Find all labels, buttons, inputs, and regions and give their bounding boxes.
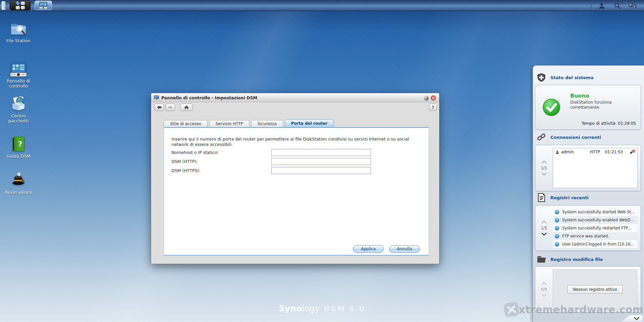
apply-button[interactable]: Applica bbox=[353, 245, 384, 253]
tab-stile-di-accesso[interactable]: Stile di accesso bbox=[164, 120, 208, 127]
log-text: System successfully started Web St... bbox=[562, 210, 635, 214]
taskbar-item-control-panel[interactable] bbox=[35, 1, 52, 10]
disconnect-icon[interactable] bbox=[629, 150, 635, 154]
control-panel-device-icon bbox=[10, 60, 27, 77]
desktop-icon-file-station[interactable]: File Station bbox=[3, 19, 34, 43]
desktop-icon-label: Guida DSM bbox=[3, 154, 34, 159]
connections-header: Connessioni correnti bbox=[537, 133, 601, 142]
window-toolbar: ? bbox=[151, 102, 439, 112]
logs-pager: 1/5 bbox=[535, 206, 553, 251]
settings-tabs: Stile di accesso Servizio HTTP Sicurezza… bbox=[164, 119, 334, 127]
connection-time: 01:21:53 bbox=[605, 150, 623, 154]
page-down-icon[interactable] bbox=[542, 173, 546, 175]
dsm-branding: SynologyDSM 4.0 bbox=[279, 304, 365, 313]
taskbar-separator bbox=[591, 1, 592, 10]
user-icon bbox=[598, 2, 605, 9]
form-row: DSM (HTTPS): bbox=[171, 167, 200, 174]
dsm-http-label: DSM (HTTP): bbox=[171, 159, 198, 164]
open-box-globe-icon bbox=[10, 95, 27, 112]
dsm-https-input[interactable] bbox=[271, 167, 371, 174]
menu-tile-icon bbox=[16, 6, 20, 9]
dsm-http-input[interactable] bbox=[271, 158, 371, 165]
show-desktop-button[interactable] bbox=[1, 1, 6, 10]
user-menu-button[interactable] bbox=[598, 2, 606, 10]
uptime-text: Tempo di attività: 01:29:05 bbox=[582, 121, 636, 126]
log-row[interactable]: System successfully started Web St... bbox=[553, 208, 638, 216]
log-row[interactable]: FTP service was started. bbox=[553, 232, 638, 240]
watermark-x-badge-icon bbox=[501, 301, 522, 318]
desktop-icon-label: Centro pacchetti bbox=[3, 113, 34, 123]
log-row[interactable]: System successfully enabled WebD... bbox=[553, 216, 638, 224]
status-description: DiskStation funziona correttamente. bbox=[570, 100, 624, 110]
page-up-icon[interactable] bbox=[542, 221, 546, 223]
menu-diamond-icon bbox=[15, 1, 20, 6]
menu-tile-icon bbox=[21, 6, 25, 9]
connection-user: admin bbox=[561, 150, 574, 154]
connection-row[interactable]: admin HTTP 01:21:53 bbox=[553, 148, 637, 156]
forward-arrow-icon bbox=[168, 105, 173, 110]
widgets-toggle-button[interactable] bbox=[629, 2, 637, 10]
connections-card: 1/1 admin HTTP 01:21:53 bbox=[535, 145, 641, 191]
control-panel-window: Pannello di controllo - Impostazioni DSM bbox=[151, 93, 439, 264]
product-version: DSM 4.0 bbox=[324, 305, 365, 313]
info-icon bbox=[555, 234, 559, 238]
recent-logs-card: 1/5 System successfully started Web St..… bbox=[535, 205, 641, 251]
desktop-icon-dsm-help[interactable]: ? Guida DSM bbox=[3, 135, 34, 159]
log-row[interactable]: User [admin] logged in from [10.16... bbox=[553, 240, 638, 248]
search-button[interactable] bbox=[613, 2, 621, 10]
page-down-icon[interactable] bbox=[542, 294, 546, 297]
brand-text-bold: Syno bbox=[279, 304, 302, 313]
chain-link-icon bbox=[537, 133, 546, 142]
log-text: User [admin] logged in from [10.16... bbox=[562, 242, 634, 247]
main-menu-button[interactable] bbox=[10, 1, 31, 10]
page-up-icon[interactable] bbox=[542, 282, 546, 285]
back-button[interactable] bbox=[155, 104, 164, 111]
desktop-icon-label: Pannello di controllo bbox=[3, 78, 34, 89]
desktop-icon-package-center[interactable]: Centro pacchetti bbox=[3, 95, 34, 123]
log-text: FTP service was started. bbox=[562, 234, 609, 238]
recent-logs-header: Registri recenti bbox=[537, 193, 589, 202]
site-watermark: xtremehardware.com bbox=[502, 302, 643, 317]
user-icon bbox=[555, 150, 559, 154]
svg-text:?: ? bbox=[18, 140, 22, 148]
page-up-icon[interactable] bbox=[542, 161, 546, 163]
help-button[interactable]: ? bbox=[429, 104, 437, 111]
brand-text: logy bbox=[302, 304, 320, 313]
pin-window-button[interactable] bbox=[424, 96, 429, 100]
home-button[interactable] bbox=[180, 104, 193, 111]
section-title: Registri recenti bbox=[550, 195, 589, 200]
page-indicator: 1/1 bbox=[541, 166, 547, 170]
router-port-description: Inserire qui il numero di porta del rout… bbox=[171, 137, 420, 147]
log-text: System successfully restarted FTP... bbox=[562, 226, 631, 230]
desktop-icon-control-panel[interactable]: Pannello di controllo bbox=[3, 60, 34, 89]
hostname-input[interactable] bbox=[271, 149, 371, 156]
forward-button[interactable] bbox=[166, 104, 175, 111]
window-titlebar[interactable]: Pannello di controllo - Impostazioni DSM bbox=[151, 93, 439, 102]
back-arrow-icon bbox=[157, 105, 162, 110]
section-title: Connessioni correnti bbox=[550, 135, 601, 140]
status-ok-icon bbox=[542, 98, 561, 117]
chevron-down-icon bbox=[634, 317, 639, 320]
search-icon bbox=[613, 2, 621, 9]
folder-icon bbox=[537, 255, 546, 264]
green-help-book-icon: ? bbox=[10, 135, 27, 152]
desktop-icon-label: File Station bbox=[3, 38, 34, 43]
desktop-screen: File Station Pannello di controllo bbox=[0, 0, 644, 322]
taskbar bbox=[0, 0, 644, 11]
cancel-button[interactable]: Annulla bbox=[389, 245, 420, 253]
page-down-icon[interactable] bbox=[542, 233, 546, 235]
log-row[interactable]: System successfully restarted FTP... bbox=[553, 224, 638, 232]
connection-protocol: HTTP bbox=[590, 150, 600, 154]
shield-health-icon bbox=[537, 73, 546, 82]
desktop-icon-quick-start[interactable]: Avvio veloce bbox=[3, 171, 34, 195]
page-indicator: 1/5 bbox=[541, 226, 547, 230]
hostname-label: Nomehost o IP statico: bbox=[171, 150, 219, 155]
tab-sicurezza[interactable]: Sicurezza bbox=[251, 120, 283, 127]
form-actions: Applica Annulla bbox=[353, 245, 420, 253]
tab-porta-del-router[interactable]: Porta del router bbox=[285, 119, 334, 127]
tab-servizio-http[interactable]: Servizio HTTP bbox=[209, 120, 250, 127]
close-button[interactable] bbox=[431, 95, 436, 101]
form-row: DSM (HTTP): bbox=[171, 158, 198, 165]
form-row: Nomehost o IP statico: bbox=[171, 149, 219, 156]
section-title: Stato del sistema bbox=[550, 75, 593, 80]
